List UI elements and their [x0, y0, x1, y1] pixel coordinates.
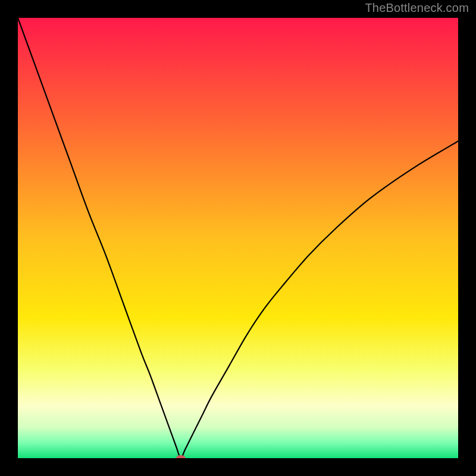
plot-area — [18, 18, 458, 458]
watermark-text: TheBottleneck.com — [365, 1, 469, 15]
bottleneck-curve-chart — [18, 18, 458, 458]
chart-frame: TheBottleneck.com — [0, 0, 476, 476]
gradient-background — [18, 18, 458, 458]
